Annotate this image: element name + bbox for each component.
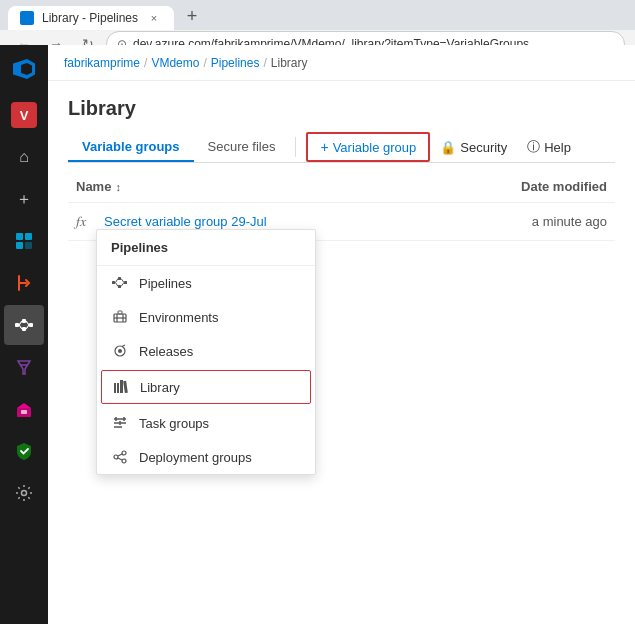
svg-rect-14	[21, 410, 27, 414]
svg-rect-6	[22, 327, 26, 331]
security-shield-icon	[14, 441, 34, 461]
col-name-label: Name	[76, 179, 111, 194]
svg-rect-0	[16, 233, 23, 240]
security-button[interactable]: 🔒 Security	[430, 135, 517, 160]
svg-line-46	[118, 458, 122, 460]
dropdown-deployment-groups-label: Deployment groups	[139, 450, 252, 465]
releases-icon	[111, 342, 129, 360]
dropdown-item-releases[interactable]: Releases	[97, 334, 315, 368]
content-area: Library Variable groups Secure files + V…	[48, 81, 635, 624]
environments-icon	[111, 308, 129, 326]
svg-line-10	[26, 321, 29, 325]
task-groups-icon	[111, 414, 129, 432]
svg-rect-19	[124, 281, 127, 284]
app-container: V ⌂ ＋	[0, 45, 635, 624]
svg-point-42	[114, 455, 118, 459]
svg-line-9	[19, 325, 22, 329]
svg-line-21	[116, 283, 119, 287]
settings-icon	[14, 483, 34, 503]
dropdown-item-environments[interactable]: Environments	[97, 300, 315, 334]
svg-point-30	[118, 349, 122, 353]
azure-devops-icon	[13, 58, 35, 80]
breadcrumb-section[interactable]: Pipelines	[211, 56, 260, 70]
help-button[interactable]: ⓘ Help	[517, 133, 581, 161]
plus-icon: +	[320, 139, 328, 155]
tab-variable-groups[interactable]: Variable groups	[68, 133, 194, 162]
rail-test[interactable]	[4, 347, 44, 387]
tab-close-button[interactable]: ×	[146, 10, 162, 26]
dropdown-pipelines-label: Pipelines	[139, 276, 192, 291]
tab-divider	[295, 137, 296, 157]
svg-rect-34	[120, 380, 123, 393]
dropdown-library-label: Library	[140, 380, 180, 395]
breadcrumb: fabrikamprime / VMdemo / Pipelines / Lib…	[48, 45, 635, 81]
svg-rect-33	[117, 383, 119, 393]
svg-line-31	[122, 345, 125, 347]
svg-rect-1	[25, 233, 32, 240]
active-tab[interactable]: Library - Pipelines ×	[8, 6, 174, 30]
repos-icon	[14, 273, 34, 293]
dropdown-environments-label: Environments	[139, 310, 218, 325]
rail-add[interactable]: ＋	[4, 179, 44, 219]
rail-home[interactable]: ⌂	[4, 137, 44, 177]
breadcrumb-org[interactable]: fabrikamprime	[64, 56, 140, 70]
main-area: fabrikamprime / VMdemo / Pipelines / Lib…	[48, 45, 635, 624]
dropdown-item-task-groups[interactable]: Task groups	[97, 406, 315, 440]
svg-line-20	[116, 279, 119, 283]
svg-rect-35	[123, 381, 128, 393]
svg-rect-16	[112, 281, 115, 284]
dropdown-releases-label: Releases	[139, 344, 193, 359]
svg-rect-17	[118, 277, 121, 280]
breadcrumb-project[interactable]: VMdemo	[151, 56, 199, 70]
rail-pipelines[interactable]	[4, 305, 44, 345]
svg-point-44	[122, 459, 126, 463]
rail-avatar[interactable]: V	[4, 95, 44, 135]
pipelines-menu-icon	[111, 274, 129, 292]
rail-boards[interactable]	[4, 221, 44, 261]
page-title: Library	[68, 97, 615, 120]
breadcrumb-sep2: /	[203, 56, 206, 70]
add-icon: ＋	[16, 189, 32, 210]
breadcrumb-page: Library	[271, 56, 308, 70]
artifacts-icon	[14, 399, 34, 419]
breadcrumb-sep1: /	[144, 56, 147, 70]
breadcrumb-sep3: /	[263, 56, 266, 70]
svg-line-22	[121, 279, 124, 283]
tab-title: Library - Pipelines	[42, 11, 138, 25]
svg-point-43	[122, 451, 126, 455]
dropdown-item-pipelines[interactable]: Pipelines	[97, 266, 315, 300]
rail-settings[interactable]	[4, 473, 44, 513]
dropdown-task-groups-label: Task groups	[139, 416, 209, 431]
home-icon: ⌂	[19, 148, 29, 166]
svg-rect-18	[118, 285, 121, 288]
azure-logo[interactable]	[4, 49, 44, 89]
rail-security[interactable]	[4, 431, 44, 471]
help-label: Help	[544, 140, 571, 155]
col-name-header: Name ↕	[76, 179, 427, 194]
rail-artifacts[interactable]	[4, 389, 44, 429]
nav-rail: V ⌂ ＋	[0, 45, 48, 624]
variable-group-icon: 𝑓𝑥	[76, 213, 96, 230]
security-label: Security	[460, 140, 507, 155]
rail-repos[interactable]	[4, 263, 44, 303]
svg-rect-5	[22, 319, 26, 323]
sort-icon[interactable]: ↕	[115, 181, 121, 193]
svg-line-23	[121, 283, 124, 287]
svg-rect-3	[25, 242, 32, 249]
test-icon	[14, 357, 34, 377]
add-variable-group-button[interactable]: + Variable group	[306, 132, 430, 162]
variable-group-date: a minute ago	[427, 214, 607, 229]
deployment-groups-icon	[111, 448, 129, 466]
dropdown-header: Pipelines	[97, 230, 315, 266]
pipelines-dropdown: Pipelines Pipelines Environments	[96, 229, 316, 475]
library-icon	[112, 378, 130, 396]
dropdown-item-deployment-groups[interactable]: Deployment groups	[97, 440, 315, 474]
col-date-header: Date modified	[427, 179, 607, 194]
new-tab-button[interactable]: +	[178, 2, 206, 30]
tab-favicon	[20, 11, 34, 25]
variable-group-name[interactable]: Secret variable group 29-Jul	[104, 214, 427, 229]
user-avatar: V	[11, 102, 37, 128]
tab-secure-files[interactable]: Secure files	[194, 133, 290, 162]
dropdown-item-library[interactable]: Library	[101, 370, 311, 404]
tabs-row: Variable groups Secure files + Variable …	[68, 132, 615, 163]
